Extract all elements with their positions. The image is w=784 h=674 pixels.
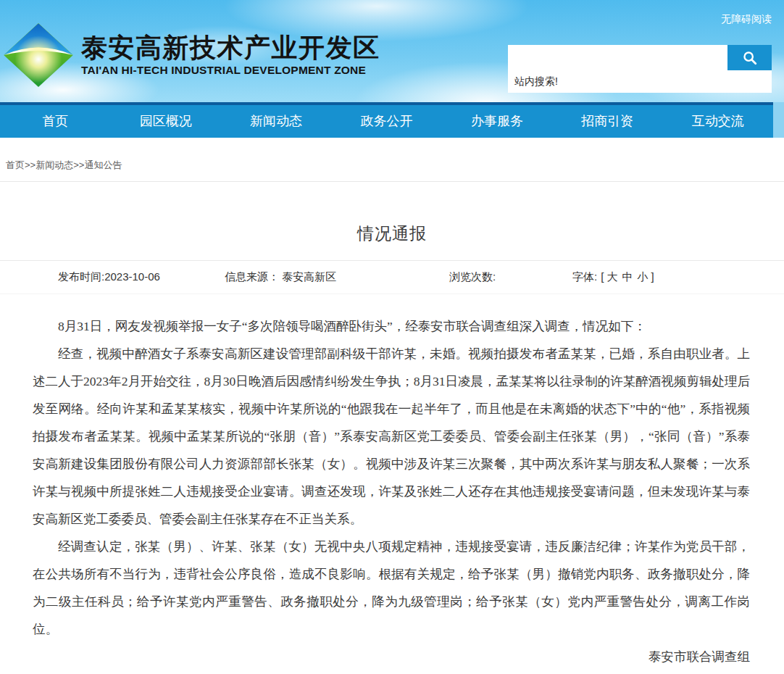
nav-item-home[interactable]: 首页 xyxy=(0,105,110,138)
nav-item-news[interactable]: 新闻动态 xyxy=(221,105,331,138)
breadcrumb-separator: >> xyxy=(25,159,36,170)
info-source-value: 泰安高新区 xyxy=(282,270,336,283)
font-bracket-close: ] xyxy=(651,270,655,283)
nav-item-gov-affairs[interactable]: 政务公开 xyxy=(331,105,441,138)
article-body: 8月31日，网友发视频举报一女子“多次陪领导喝酒醉卧街头”，经泰安市联合调查组深… xyxy=(0,312,784,674)
breadcrumb-separator: >> xyxy=(73,159,84,170)
site-title: 泰安高新技术产业开发区 TAI'AN HI-TECH INDUSTRIAL DE… xyxy=(81,33,380,77)
article-signature: 泰安市联合调查组 xyxy=(33,643,750,670)
font-size-large-button[interactable]: 大 xyxy=(605,270,620,283)
font-size-medium-button[interactable]: 中 xyxy=(620,270,635,283)
main-navigation: 首页 园区概况 新闻动态 政务公开 办事服务 招商引资 互动交流 xyxy=(0,102,784,138)
article-date: 2023年10月6日 xyxy=(33,670,750,674)
article-paragraph: 8月31日，网友发视频举报一女子“多次陪领导喝酒醉卧街头”，经泰安市联合调查组深… xyxy=(33,312,750,340)
font-size-controls: 字体: [大中小] xyxy=(572,270,655,284)
nav-item-services[interactable]: 办事服务 xyxy=(442,105,552,138)
search-box: 站内搜索! xyxy=(508,45,772,93)
search-icon xyxy=(742,50,758,66)
font-bracket-open: [ xyxy=(600,270,604,283)
article-meta-bar: 发布时间:2023-10-06 信息来源： 泰安高新区 浏览次数: 字体: [大… xyxy=(0,260,784,294)
site-title-cn: 泰安高新技术产业开发区 xyxy=(81,33,380,62)
info-source-label: 信息来源： xyxy=(225,270,279,283)
info-source: 信息来源： 泰安高新区 xyxy=(225,270,449,284)
article-paragraph: 经查，视频中醉酒女子系泰安高新区建设管理部副科级干部许某，未婚。视频拍摄发布者孟… xyxy=(33,340,750,533)
breadcrumb-news[interactable]: 新闻动态 xyxy=(36,159,73,170)
nav-item-investment[interactable]: 招商引资 xyxy=(552,105,662,138)
nav-item-zone-overview[interactable]: 园区概况 xyxy=(110,105,220,138)
font-size-small-button[interactable]: 小 xyxy=(635,270,651,283)
nav-item-interaction[interactable]: 互动交流 xyxy=(663,105,773,138)
article-paragraph: 经调查认定，张某（男）、许某、张某（女）无视中央八项规定精神，违规接受宴请，违反… xyxy=(33,533,750,643)
page-title: 情况通报 xyxy=(0,222,784,245)
search-button[interactable] xyxy=(727,45,772,70)
search-input[interactable] xyxy=(508,45,727,70)
font-size-label: 字体: xyxy=(572,270,597,283)
search-hint-label: 站内搜索! xyxy=(508,70,772,93)
nav-right-filler xyxy=(773,102,784,138)
site-title-en: TAI'AN HI-TECH INDUSTRIAL DEVELOPMENT ZO… xyxy=(81,64,380,77)
breadcrumb-home[interactable]: 首页 xyxy=(6,159,25,170)
view-count-label: 浏览次数: xyxy=(449,270,572,284)
site-header: 无障碍阅读 泰安高新技术产业开发区 TAI xyxy=(0,0,784,102)
accessibility-link[interactable]: 无障碍阅读 xyxy=(721,13,772,26)
publish-time: 发布时间:2023-10-06 xyxy=(58,270,225,284)
site-logo-diamond-icon xyxy=(3,23,74,87)
breadcrumb-notices[interactable]: 通知公告 xyxy=(84,159,122,170)
breadcrumb: 首页>>新闻动态>>通知公告 xyxy=(0,138,784,182)
